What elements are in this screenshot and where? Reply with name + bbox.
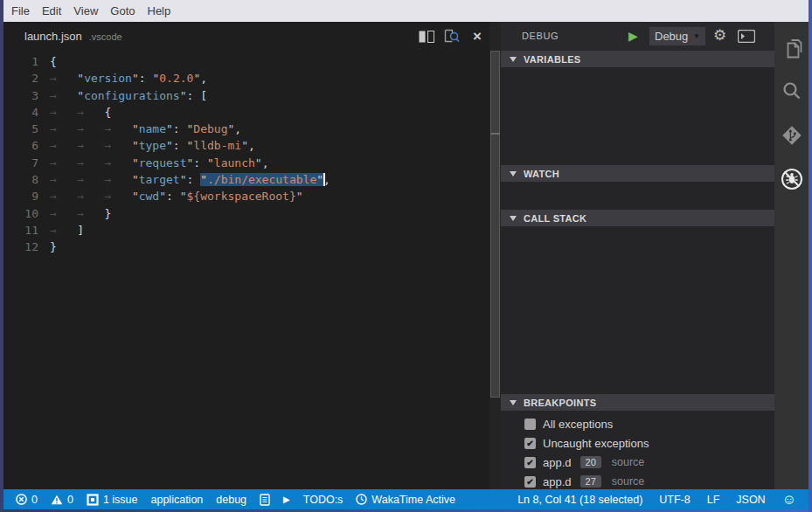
tab-whitespace-icon: → — [77, 137, 104, 154]
editor-actions: × — [419, 22, 485, 51]
status-debug-target[interactable]: debug — [216, 494, 246, 506]
menu-item-view[interactable]: View — [67, 0, 104, 22]
code-line[interactable]: 4→→{ — [3, 104, 489, 121]
collapse-arrow-icon — [510, 171, 517, 176]
configure-gear-icon[interactable]: ⚙ — [713, 26, 726, 45]
debug-config-value: Debug — [655, 30, 688, 43]
scrollbar-thumb[interactable] — [490, 51, 500, 398]
status-wakatime[interactable]: WakaTime Active — [356, 494, 455, 506]
code-token: " — [296, 190, 303, 203]
breakpoint-checkbox[interactable]: ✔ — [524, 457, 536, 468]
code-line[interactable]: 11→] — [3, 222, 489, 239]
section-header-watch[interactable]: WATCH — [501, 165, 774, 182]
clock-icon — [356, 494, 367, 505]
section-header-breakpoints[interactable]: BREAKPOINTS — [501, 394, 774, 411]
code-text: →"version": "0.2.0", — [50, 70, 207, 86]
activity-item-debug[interactable] — [774, 163, 809, 198]
close-icon[interactable]: × — [469, 30, 485, 44]
code-line[interactable]: 2→"version": "0.2.0", — [3, 70, 489, 86]
activity-item-search[interactable] — [774, 76, 809, 111]
code-token: { — [105, 106, 112, 119]
breakpoint-checkbox[interactable] — [524, 419, 536, 430]
code-text: →→→"cwd": "${workspaceRoot}" — [50, 188, 303, 204]
breakpoint-row[interactable]: ✔app.d20source — [501, 453, 774, 472]
split-editor-icon[interactable] — [419, 30, 434, 44]
breakpoint-checkbox[interactable]: ✔ — [524, 476, 536, 488]
scrollbar-marker — [490, 133, 500, 135]
code-token: " — [166, 122, 173, 135]
code-token: " — [132, 72, 139, 85]
menu-item-edit[interactable]: Edit — [36, 0, 67, 22]
activity-item-source-control[interactable] — [774, 120, 809, 155]
breakpoint-source: source — [612, 475, 645, 488]
status-run[interactable]: ▶ — [283, 495, 290, 504]
status-cursor-position[interactable]: Ln 8, Col 41 (18 selected) — [517, 494, 642, 506]
code-text: } — [50, 239, 57, 255]
code-token: : — [173, 122, 187, 135]
code-token: " — [132, 139, 139, 152]
line-number: 3 — [3, 87, 38, 104]
code-line[interactable]: 7→→→"request": "launch", — [3, 155, 489, 171]
tab-whitespace-icon: → — [50, 87, 77, 104]
source-control-icon — [781, 124, 803, 150]
status-errors[interactable]: 0 — [16, 494, 38, 506]
breakpoint-row[interactable]: ✔Uncaught exceptions — [501, 433, 774, 453]
status-issues[interactable]: 1 issue — [87, 494, 138, 506]
start-debug-button[interactable]: ▶ — [628, 29, 642, 43]
open-preview-icon[interactable] — [444, 30, 460, 44]
code-line[interactable]: 3→"configurations": [ — [3, 87, 489, 104]
editor-scrollbar[interactable] — [489, 22, 501, 489]
editor-titlebar: launch.json .vscode × — [3, 22, 489, 51]
status-encoding[interactable]: UTF-8 — [659, 494, 690, 506]
code-line[interactable]: 6→→→"type": "lldb-mi", — [3, 137, 489, 154]
debug-panel-title: DEBUG — [522, 22, 559, 51]
breakpoint-checkbox[interactable]: ✔ — [524, 438, 536, 449]
status-warnings-text: 0 — [67, 494, 73, 506]
section-header-variables[interactable]: VARIABLES — [501, 51, 774, 67]
code-token: configurations — [84, 89, 180, 102]
menu-item-file[interactable]: File — [5, 0, 36, 22]
code-line[interactable]: 8→→→"target": "./bin/executable", — [3, 171, 489, 188]
status-language-mode[interactable]: JSON — [736, 494, 765, 506]
status-eol-text: LF — [707, 494, 720, 506]
code-text: →→{ — [50, 104, 111, 121]
status-feedback[interactable]: ☺ — [782, 493, 796, 507]
code-text: →"configurations": [ — [50, 87, 207, 104]
editor-title-detail: .vscode — [89, 31, 122, 42]
code-token: : — [193, 156, 207, 170]
status-warnings[interactable]: 0 — [51, 494, 73, 506]
menu-item-goto[interactable]: Goto — [104, 0, 141, 22]
debug-config-dropdown[interactable]: Debug ▼ — [649, 27, 705, 45]
main-area: launch.json .vscode × 1{2→"version": "0.… — [3, 22, 809, 489]
code-line[interactable]: 1{ — [3, 53, 489, 70]
code-line[interactable]: 12} — [3, 239, 489, 255]
code-token: " — [255, 156, 262, 170]
breakpoint-label: app.d — [543, 475, 572, 488]
code-line[interactable]: 10→→} — [3, 205, 489, 222]
status-application[interactable]: application — [151, 494, 204, 506]
activity-item-files[interactable] — [774, 34, 809, 69]
breakpoint-label: Uncaught exceptions — [543, 437, 649, 450]
status-issues-text: 1 issue — [103, 494, 138, 506]
search-icon — [781, 80, 803, 107]
status-eol[interactable]: LF — [707, 494, 720, 506]
breakpoint-row[interactable]: ✔app.d27source — [501, 472, 774, 491]
section-header-call-stack[interactable]: CALL STACK — [501, 210, 774, 226]
code-line[interactable]: 9→→→"cwd": "${workspaceRoot}" — [3, 188, 489, 204]
status-todos[interactable]: TODO:s — [303, 494, 344, 506]
code-token: , — [323, 173, 330, 186]
line-number: 4 — [3, 104, 38, 121]
collapse-arrow-icon — [510, 57, 517, 62]
code-line[interactable]: 5→→→"name": "Debug", — [3, 121, 489, 137]
debug-console-icon[interactable] — [738, 30, 755, 43]
code-token: " — [166, 139, 173, 152]
breakpoint-row[interactable]: All exceptions — [501, 414, 774, 433]
menu-item-help[interactable]: Help — [142, 0, 177, 22]
status-todos-text: TODO:s — [303, 494, 344, 506]
tab-whitespace-icon: → — [105, 188, 132, 204]
status-file[interactable] — [260, 494, 270, 506]
code-editor[interactable]: 1{2→"version": "0.2.0",3→"configurations… — [3, 51, 489, 256]
editor-title: launch.json — [24, 30, 82, 43]
line-number: 7 — [3, 155, 38, 171]
breakpoint-label: All exceptions — [543, 418, 613, 431]
